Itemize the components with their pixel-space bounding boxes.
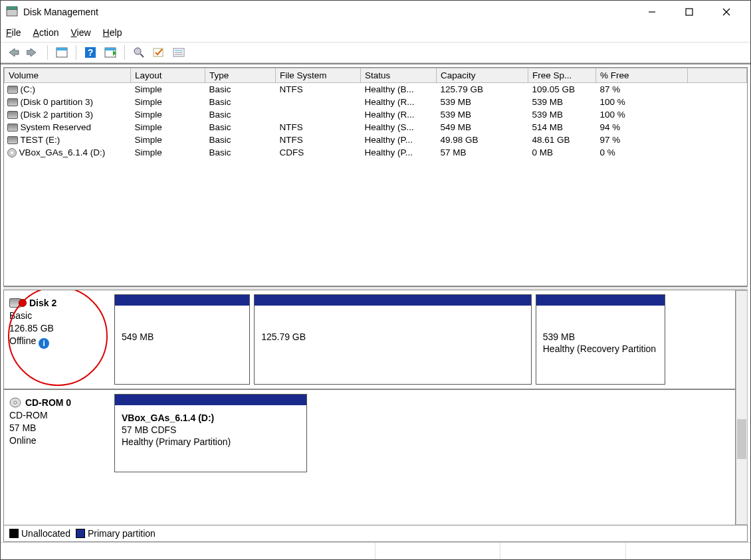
swatch-black — [9, 529, 19, 538]
list-icon[interactable] — [170, 44, 187, 61]
swatch-blue — [76, 529, 85, 538]
volume-box[interactable]: 549 MB — [114, 294, 250, 385]
check-icon[interactable] — [150, 44, 167, 61]
status-bar — [1, 542, 750, 559]
table-row[interactable]: VBox_GAs_6.1.4 (D:)SimpleBasicCDFSHealth… — [5, 146, 747, 159]
titlebar[interactable]: Disk Management — [1, 1, 750, 23]
separator — [124, 45, 125, 60]
separator — [47, 45, 48, 60]
window-title: Disk Management — [23, 7, 98, 17]
drive-icon — [7, 98, 18, 106]
volume-strip: VBox_GAs_6.1.4 (D:) 57 MB CDFS Healthy (… — [114, 394, 731, 472]
table-row[interactable]: (Disk 2 partition 3)SimpleBasicHealthy (… — [5, 108, 747, 121]
app-icon — [6, 6, 18, 18]
disk-map-pane: Disk 2 Basic 126.85 GB Offlinei 549 MB12… — [3, 290, 748, 525]
volume-box-header — [255, 295, 531, 306]
volume-name: VBox_GAs_6.1.4 (D:) — [122, 412, 300, 424]
help-button[interactable]: ? — [82, 44, 99, 61]
disk-size: 57 MB — [9, 422, 110, 434]
volume-line2: 57 MB CDFS — [122, 424, 300, 436]
table-row[interactable]: TEST (E:)SimpleBasicNTFSHealthy (P...49.… — [5, 134, 747, 146]
volume-line3: Healthy (Primary Partition) — [122, 436, 300, 448]
toolbar: ? — [1, 42, 750, 63]
legend: Unallocated Primary partition — [3, 525, 748, 542]
volume-size: 539 MB — [543, 331, 658, 343]
svg-marker-6 — [9, 48, 19, 56]
col-layout[interactable]: Layout — [131, 68, 205, 83]
col-filesystem[interactable]: File System — [276, 68, 361, 83]
volume-list-pane[interactable]: Volume Layout Type File System Status Ca… — [3, 67, 748, 286]
volume-box-header — [536, 295, 665, 306]
disk-name: Disk 2 — [29, 298, 56, 308]
col-volume[interactable]: Volume — [5, 68, 131, 83]
disk-row-disk2[interactable]: Disk 2 Basic 126.85 GB Offlinei 549 MB12… — [4, 290, 735, 390]
col-capacity[interactable]: Capacity — [437, 68, 528, 83]
disk-info[interactable]: Disk 2 Basic 126.85 GB Offlinei — [8, 294, 114, 385]
disk-state: Offline — [9, 335, 36, 346]
table-row[interactable]: (Disk 0 partition 3)SimpleBasicHealthy (… — [5, 96, 747, 108]
error-badge-icon — [19, 299, 27, 307]
scrollbar-thumb[interactable] — [737, 419, 746, 459]
col-type[interactable]: Type — [205, 68, 276, 83]
col-status[interactable]: Status — [361, 68, 437, 83]
toolbar-table-icon[interactable] — [53, 44, 70, 61]
content-area: Volume Layout Type File System Status Ca… — [1, 63, 750, 542]
disk-size: 126.85 GB — [9, 322, 110, 335]
col-freespace[interactable]: Free Sp... — [528, 68, 596, 83]
forward-button[interactable] — [25, 44, 42, 61]
svg-marker-7 — [27, 48, 36, 56]
volume-box-header — [115, 295, 249, 306]
volume-status: Healthy (Recovery Partition — [543, 343, 658, 355]
volume-size: 125.79 GB — [261, 331, 524, 343]
svg-rect-9 — [56, 48, 67, 50]
disk-type: CD-ROM — [9, 409, 110, 422]
disk-row-cdrom[interactable]: CD-ROM 0 CD-ROM 57 MB Online VBox_GAs_6.… — [4, 390, 735, 476]
svg-point-23 — [14, 401, 17, 404]
info-badge-icon[interactable]: i — [39, 338, 49, 349]
minimize-button[interactable] — [633, 1, 671, 23]
window-controls — [633, 1, 745, 23]
window-root: Disk Management File Action View Help ? — [0, 0, 751, 560]
maximize-button[interactable] — [671, 1, 708, 23]
col-pctfree[interactable]: % Free — [596, 68, 688, 83]
drive-icon — [7, 124, 18, 132]
volume-box[interactable]: 539 MBHealthy (Recovery Partition — [536, 294, 665, 385]
svg-rect-0 — [7, 9, 17, 16]
svg-point-15 — [134, 48, 141, 54]
scrollbar[interactable] — [736, 290, 748, 525]
svg-rect-13 — [105, 48, 116, 50]
menu-help[interactable]: Help — [103, 27, 122, 38]
volume-strip: 549 MB125.79 GB539 MBHealthy (Recovery P… — [114, 294, 731, 385]
volume-box[interactable]: VBox_GAs_6.1.4 (D:) 57 MB CDFS Healthy (… — [114, 394, 307, 472]
close-button[interactable] — [708, 1, 745, 23]
svg-rect-1 — [7, 7, 17, 9]
col-extra[interactable] — [688, 68, 747, 83]
disk-info[interactable]: CD-ROM 0 CD-ROM 57 MB Online — [8, 394, 114, 472]
disk-rows[interactable]: Disk 2 Basic 126.85 GB Offlinei 549 MB12… — [3, 290, 736, 525]
drive-icon — [7, 86, 18, 94]
separator — [76, 45, 76, 60]
menu-action[interactable]: Action — [33, 27, 59, 38]
svg-rect-3 — [686, 9, 693, 15]
volume-box-header — [115, 395, 306, 405]
table-row[interactable]: System ReservedSimpleBasicNTFSHealthy (S… — [5, 121, 747, 134]
menu-view[interactable]: View — [71, 27, 91, 38]
volume-box[interactable]: 125.79 GB — [254, 294, 532, 385]
svg-text:?: ? — [88, 47, 94, 58]
cdrom-icon — [9, 397, 23, 408]
drive-icon — [7, 136, 18, 144]
toolbar-view-icon[interactable] — [102, 44, 119, 61]
disk-name: CD-ROM 0 — [25, 397, 71, 408]
table-row[interactable]: (C:)SimpleBasicNTFSHealthy (B...125.79 G… — [5, 83, 747, 96]
disk-type: Basic — [9, 310, 110, 322]
search-icon[interactable] — [130, 44, 148, 61]
drive-icon — [7, 111, 18, 119]
cd-icon — [7, 148, 17, 157]
menu-file[interactable]: File — [6, 27, 21, 38]
back-button[interactable] — [5, 44, 22, 61]
table-header-row[interactable]: Volume Layout Type File System Status Ca… — [5, 68, 747, 83]
volume-size: 549 MB — [122, 331, 243, 343]
volume-table[interactable]: Volume Layout Type File System Status Ca… — [4, 68, 747, 159]
legend-primary: Primary partition — [76, 528, 156, 539]
menu-bar: File Action View Help — [1, 23, 750, 42]
